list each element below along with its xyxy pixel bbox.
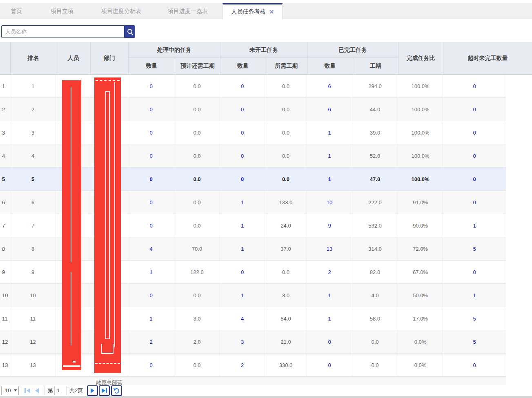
cell-notstart-count[interactable]: 1 — [220, 237, 265, 261]
cell-notstart-count[interactable]: 2 — [220, 354, 265, 377]
cell-notstart-count[interactable]: 1 — [220, 214, 265, 237]
cell-overdue[interactable]: 5 — [443, 330, 506, 354]
next-page-icon — [91, 388, 94, 393]
cell-done-count[interactable]: 10 — [307, 191, 352, 214]
header-group-not-started-label: 未开工任务 — [220, 42, 307, 58]
cell-proc-count[interactable]: 0 — [128, 214, 174, 237]
cell-overdue[interactable]: 5 — [443, 237, 506, 261]
close-tab-icon[interactable]: ✕ — [269, 9, 274, 15]
pagination-bar: 10 第 共2页 — [0, 385, 532, 396]
cell-proc-count[interactable]: 2 — [128, 330, 174, 354]
tab-home[interactable]: 首页 — [11, 3, 22, 19]
cell-notstart-count[interactable]: 0 — [220, 261, 265, 284]
search-input[interactable] — [1, 25, 125, 38]
cell-notstart-count[interactable]: 0 — [220, 98, 265, 121]
cell-done-duration: 0.0 — [352, 354, 398, 377]
cell-overdue[interactable]: 1 — [443, 284, 506, 307]
cell-notstart-count[interactable]: 3 — [220, 330, 265, 354]
page-number-input[interactable] — [54, 386, 67, 395]
cell-overdue[interactable]: 1 — [443, 214, 506, 237]
cell-overdue[interactable]: 0 — [443, 121, 506, 144]
tab-project-initiation[interactable]: 项目立项 — [51, 3, 73, 19]
cell-done-count[interactable]: 6 — [307, 75, 352, 98]
cell-done-count[interactable]: 1 — [307, 144, 352, 168]
cell-overdue[interactable]: 0 — [443, 144, 506, 168]
cell-completion: 100.0% — [398, 168, 443, 191]
cell-proc-duration: 0.0 — [174, 144, 220, 168]
page-size-select[interactable]: 10 — [1, 386, 19, 395]
dept-column-redaction — [94, 77, 121, 373]
cell-done-duration: 294.0 — [352, 75, 398, 98]
cell-proc-count[interactable]: 4 — [128, 237, 174, 261]
refresh-button[interactable] — [111, 385, 122, 396]
search-button[interactable] — [125, 25, 135, 38]
cell-done-count[interactable]: 6 — [307, 98, 352, 121]
header-completed-count: 数量 — [307, 58, 353, 74]
cell-num: 11 — [0, 307, 10, 330]
cell-overdue[interactable]: 0 — [443, 261, 506, 284]
cell-rank: 2 — [10, 98, 56, 121]
cell-overdue[interactable]: 0 — [443, 75, 506, 98]
cell-overdue[interactable]: 0 — [443, 191, 506, 214]
cell-notstart-count[interactable]: 0 — [220, 121, 265, 144]
cell-proc-duration: 3.0 — [174, 307, 220, 330]
cell-proc-duration: 0.0 — [174, 121, 220, 144]
cell-notstart-duration: 0.0 — [265, 144, 307, 168]
cell-notstart-duration: 84.0 — [265, 307, 307, 330]
table-row-partial[interactable]: 散原总部营 — [0, 377, 506, 385]
prev-page-button[interactable] — [35, 386, 39, 395]
first-page-button[interactable] — [24, 386, 30, 395]
last-page-button[interactable] — [99, 385, 110, 396]
cell-proc-count[interactable]: 0 — [128, 75, 174, 98]
cell-done-count[interactable]: 0 — [307, 354, 352, 377]
cell-rank: 3 — [10, 121, 56, 144]
cell-num: 1 — [0, 75, 10, 98]
cell-rank: 8 — [10, 237, 56, 261]
cell-proc-count[interactable]: 0 — [128, 121, 174, 144]
cell-done-duration: 58.0 — [352, 307, 398, 330]
cell-proc-count[interactable]: 1 — [128, 307, 174, 330]
cell-overdue[interactable]: 0 — [443, 168, 506, 191]
cell-notstart-count[interactable]: 0 — [220, 144, 265, 168]
cell-notstart-count[interactable]: 1 — [220, 284, 265, 307]
cell-done-count[interactable]: 1 — [307, 284, 352, 307]
active-tab-label: 人员任务考核 — [231, 8, 265, 15]
tab-progress-overview[interactable]: 项目进度一览表 — [168, 3, 208, 19]
cell-notstart-count[interactable]: 0 — [220, 75, 265, 98]
header-group-completed: 已完工任务 数量 工期 — [307, 42, 398, 74]
cell-notstart-duration: 133.0 — [265, 191, 307, 214]
cell-completion: 0.0% — [398, 354, 443, 377]
cell-proc-count[interactable]: 0 — [128, 284, 174, 307]
cell-completion: 90.0% — [398, 214, 443, 237]
cell-proc-count[interactable]: 0 — [128, 144, 174, 168]
cell-proc-count[interactable]: 1 — [128, 261, 174, 284]
cell-proc-count[interactable]: 0 — [128, 168, 174, 191]
page-size-value: 10 — [2, 387, 11, 394]
cell-done-count[interactable]: 13 — [307, 237, 352, 261]
tab-personnel-task-assessment[interactable]: 人员任务考核 ✕ — [223, 3, 283, 19]
tab-progress-analysis[interactable]: 项目进度分析表 — [101, 3, 141, 19]
cell-notstart-count[interactable]: 0 — [220, 168, 265, 191]
cell-done-count[interactable]: 2 — [307, 261, 352, 284]
cell-proc-count[interactable]: 0 — [128, 191, 174, 214]
next-page-button[interactable] — [87, 385, 98, 396]
cell-rank: 11 — [10, 307, 56, 330]
cell-done-count[interactable]: 1 — [307, 121, 352, 144]
cell-done-duration: 4.0 — [352, 284, 398, 307]
cell-overdue[interactable]: 0 — [443, 354, 506, 377]
cell-done-count[interactable]: 1 — [307, 168, 352, 191]
cell-proc-duration: 2.0 — [174, 330, 220, 354]
cell-done-count[interactable]: 1 — [307, 307, 352, 330]
cell-notstart-count[interactable]: 1 — [220, 191, 265, 214]
cell-overdue[interactable]: 0 — [443, 98, 506, 121]
cell-proc-count[interactable]: 0 — [128, 354, 174, 377]
cell-proc-duration: 0.0 — [174, 284, 220, 307]
cell-dept-partial: 散原总部营 — [90, 379, 128, 385]
cell-completion: 100.0% — [398, 98, 443, 121]
cell-overdue[interactable]: 5 — [443, 307, 506, 330]
cell-notstart-count[interactable]: 4 — [220, 307, 265, 330]
cell-proc-count[interactable]: 0 — [128, 98, 174, 121]
cell-done-count[interactable]: 0 — [307, 330, 352, 354]
cell-done-count[interactable]: 9 — [307, 214, 352, 237]
cell-completion: 100.0% — [398, 75, 443, 98]
